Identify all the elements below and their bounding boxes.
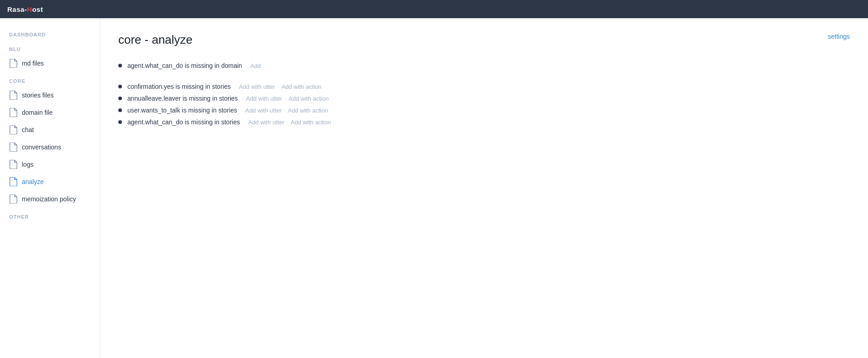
- add-with-utter-link[interactable]: Add with utter: [246, 95, 283, 102]
- sidebar-section-other: OTHER: [0, 208, 100, 222]
- domain-issue-text: agent.what_can_do is missing in domain: [127, 62, 242, 69]
- stories-issue-row: user.wants_to_talk is missing in stories…: [118, 104, 850, 116]
- document-icon: [9, 108, 17, 117]
- document-icon: [9, 160, 17, 169]
- sidebar-item-conversations-label: conversations: [22, 143, 61, 151]
- document-icon: [9, 59, 17, 68]
- document-icon: [9, 194, 17, 204]
- sidebar-section-core: CORE: [0, 72, 100, 87]
- stories-issue-text: agent.what_can_do is missing in stories: [127, 118, 240, 126]
- stories-issue-text: annualleave.leaver is missing in stories: [127, 95, 238, 102]
- sidebar-item-logs-label: logs: [22, 161, 34, 168]
- settings-link[interactable]: settings: [828, 33, 850, 40]
- add-with-action-link[interactable]: Add with action: [291, 119, 331, 126]
- stories-issue-row: confirmation.yes is missing in storiesAd…: [118, 81, 850, 92]
- brand-logo: Rasa-Host: [7, 5, 43, 13]
- sidebar-item-chat-label: chat: [22, 126, 34, 133]
- document-icon: [9, 125, 17, 134]
- sidebar-item-analyze[interactable]: analyze: [0, 173, 100, 190]
- add-with-action-link[interactable]: Add with action: [282, 83, 322, 90]
- bullet-icon: [118, 97, 122, 100]
- sidebar-item-stories-files[interactable]: stories files: [0, 87, 100, 104]
- stories-issue-row: annualleave.leaver is missing in stories…: [118, 92, 850, 104]
- sidebar-item-domain-file-label: domain file: [22, 109, 53, 116]
- sidebar-item-md-files-label: md files: [22, 60, 44, 67]
- bullet-icon: [118, 85, 122, 88]
- stories-issue-text: user.wants_to_talk is missing in stories: [127, 107, 237, 114]
- sidebar-section-nlu: NLU: [0, 40, 100, 55]
- sidebar-item-chat[interactable]: chat: [0, 121, 100, 138]
- sidebar-item-memoization-policy-label: memoization policy: [22, 195, 76, 203]
- sidebar-item-analyze-label: analyze: [22, 178, 44, 185]
- bullet-icon: [118, 120, 122, 124]
- sidebar-item-memoization-policy[interactable]: memoization policy: [0, 190, 100, 208]
- stories-issues-section: confirmation.yes is missing in storiesAd…: [118, 81, 850, 128]
- main-content: core - analyze settings agent.what_can_d…: [100, 18, 868, 358]
- document-icon: [9, 143, 17, 152]
- sidebar-item-logs[interactable]: logs: [0, 156, 100, 173]
- bullet-icon: [118, 108, 122, 112]
- topbar: Rasa-Host: [0, 0, 868, 18]
- sidebar: DASHBOARD NLU md files CORE stories file…: [0, 18, 100, 358]
- document-icon-active: [9, 177, 17, 186]
- add-with-action-link[interactable]: Add with action: [288, 107, 328, 114]
- add-domain-link[interactable]: Add: [250, 62, 261, 69]
- sidebar-item-md-files[interactable]: md files: [0, 55, 100, 72]
- bullet-icon: [118, 64, 122, 67]
- document-icon: [9, 91, 17, 100]
- sidebar-item-stories-files-label: stories files: [22, 92, 54, 99]
- add-with-action-link[interactable]: Add with action: [288, 95, 328, 102]
- page-title: core - analyze: [118, 33, 850, 47]
- sidebar-item-conversations[interactable]: conversations: [0, 138, 100, 156]
- add-with-utter-link[interactable]: Add with utter: [248, 119, 284, 126]
- add-with-utter-link[interactable]: Add with utter: [245, 107, 282, 114]
- add-with-utter-link[interactable]: Add with utter: [239, 83, 275, 90]
- stories-issue-text: confirmation.yes is missing in stories: [127, 83, 231, 90]
- sidebar-item-domain-file[interactable]: domain file: [0, 104, 100, 121]
- domain-issue-row: agent.what_can_do is missing in domain A…: [118, 60, 850, 72]
- stories-issue-row: agent.what_can_do is missing in storiesA…: [118, 116, 850, 128]
- sidebar-section-dashboard: DASHBOARD: [0, 26, 100, 40]
- domain-issues-section: agent.what_can_do is missing in domain A…: [118, 60, 850, 72]
